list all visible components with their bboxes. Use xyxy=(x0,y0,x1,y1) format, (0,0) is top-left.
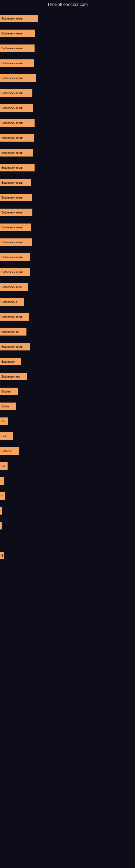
bar-item: Bottleneck result xyxy=(0,164,35,172)
page-container: TheBottlenecker.com Bottleneck resultBot… xyxy=(0,0,135,868)
bar-label: Bottl xyxy=(1,435,7,438)
bar-label: Bottleneck result xyxy=(1,166,23,169)
bar-item: Bottleneck rese xyxy=(0,283,28,291)
bar-item: Bottleneck result xyxy=(0,74,36,82)
bar-item: Bottleneck result xyxy=(0,209,32,216)
bar-label: Bottleneck result xyxy=(1,211,23,214)
bar-item: Bottleneck result xyxy=(0,104,33,112)
bar-label: Bo xyxy=(1,420,5,423)
bar-item: Bottleneck result xyxy=(0,149,33,156)
bar-item: I xyxy=(0,522,2,529)
bar-label: Bottlen xyxy=(1,390,10,393)
bar-item: B xyxy=(0,477,4,485)
bar-item: Bottlen xyxy=(0,388,18,395)
bar-item: Bottleneck result xyxy=(0,59,34,67)
bar-label: Bottleneck resul xyxy=(1,255,22,259)
bar-item: Bottleneck result xyxy=(0,44,35,52)
bar-label: Bottleneck result xyxy=(1,121,23,124)
bar-item: I xyxy=(0,507,2,515)
bar-label: Bo xyxy=(1,464,5,468)
bar-label: Bottleneck result xyxy=(1,32,23,35)
bar-label: Bottleneck result xyxy=(1,17,23,20)
bar-label: Bottleneck rese xyxy=(1,285,22,289)
bar-label: Bottleneck result xyxy=(1,76,23,80)
bar-item: Bottleneck result xyxy=(0,179,31,186)
bar-item: Bottleneck r xyxy=(0,298,24,306)
bar-item: Bottleneck xyxy=(0,358,21,365)
bar-label: B xyxy=(1,494,3,497)
bar-label: Bottleneck result xyxy=(1,62,23,65)
bar-item: Bottleneck resul xyxy=(0,253,30,261)
bar-item: Bottleneck result xyxy=(0,89,32,97)
bar-label: Bottlene xyxy=(1,450,12,453)
bar-item: Bottlene xyxy=(0,447,19,455)
bar-item: Bottleneck result xyxy=(0,268,30,276)
bar-label: Bottleneck xyxy=(1,360,15,363)
site-title: TheBottlenecker.com xyxy=(0,0,135,9)
bar-label: B xyxy=(1,554,3,557)
bar-item: Bottleneck result xyxy=(0,119,35,127)
bar-label: Bottleneck res xyxy=(1,375,20,378)
bar-label: Bottleneck re xyxy=(1,330,18,333)
bar-label: Bottleneck r xyxy=(1,300,17,304)
bar-label: Bottleneck result xyxy=(1,196,23,199)
bar-item: Bottleneck re xyxy=(0,328,27,336)
bar-label: Bottleneck result xyxy=(1,91,23,95)
bar-item: Bottleneck resu xyxy=(0,313,29,321)
bar-item: B xyxy=(0,492,5,500)
bar-label: Bottleneck result xyxy=(1,226,23,229)
bar-label: I xyxy=(1,509,2,513)
bar-label: Bottleneck result xyxy=(1,151,23,154)
bar-item: Bottleneck result xyxy=(0,239,32,246)
bar-label: Bottleneck result xyxy=(1,271,23,274)
bar-label: Bottleneck result xyxy=(1,46,23,50)
bar-label: Bottleneck result xyxy=(1,241,23,244)
bars-container: Bottleneck resultBottleneck resultBottle… xyxy=(0,9,135,864)
bar-item: Bottl xyxy=(0,432,13,440)
bar-item: Bottleneck res xyxy=(0,373,27,380)
bar-label: Bottleneck result xyxy=(1,345,23,348)
bar-label: Bottleneck resu xyxy=(1,315,22,318)
bar-item: Bo xyxy=(0,462,8,470)
bar-item: Bottleneck result xyxy=(0,134,34,142)
bar-item: Bottleneck result xyxy=(0,14,38,22)
bar-item: Bo xyxy=(0,417,8,425)
bar-item: Bottleneck result xyxy=(0,223,31,231)
bar-item: Bottleneck result xyxy=(0,194,32,201)
bar-item: Bottle xyxy=(0,403,16,410)
bar-item: Bottleneck result xyxy=(0,343,30,350)
bar-label: Bottleneck result xyxy=(1,106,23,110)
bar-label: I xyxy=(1,524,2,527)
bar-label: Bottleneck result xyxy=(1,136,23,140)
bar-label: Bottle xyxy=(1,405,9,408)
bar-item: B xyxy=(0,552,4,559)
bar-label: Bottleneck result xyxy=(1,181,23,184)
bar-label: B xyxy=(1,479,3,483)
bar-item: Bottleneck result xyxy=(0,30,35,37)
